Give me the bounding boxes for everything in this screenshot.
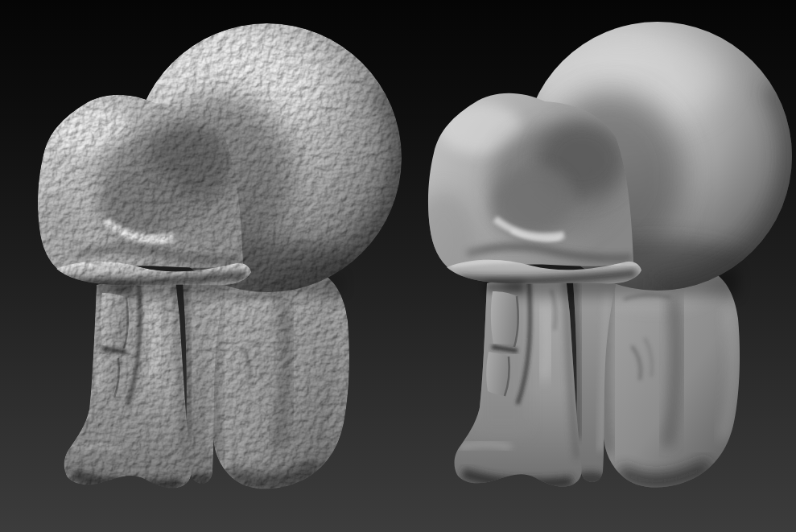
sculpt-viewport-background: Rough textured sculpt Smooth polished sc… <box>0 0 796 532</box>
sculpted-head-rough[interactable]: Rough textured sculpt <box>21 23 402 489</box>
sculpted-head-smooth[interactable]: Smooth polished sculpt <box>411 22 793 488</box>
sculpt-render-canvas[interactable]: Rough textured sculpt Smooth polished sc… <box>0 0 796 532</box>
